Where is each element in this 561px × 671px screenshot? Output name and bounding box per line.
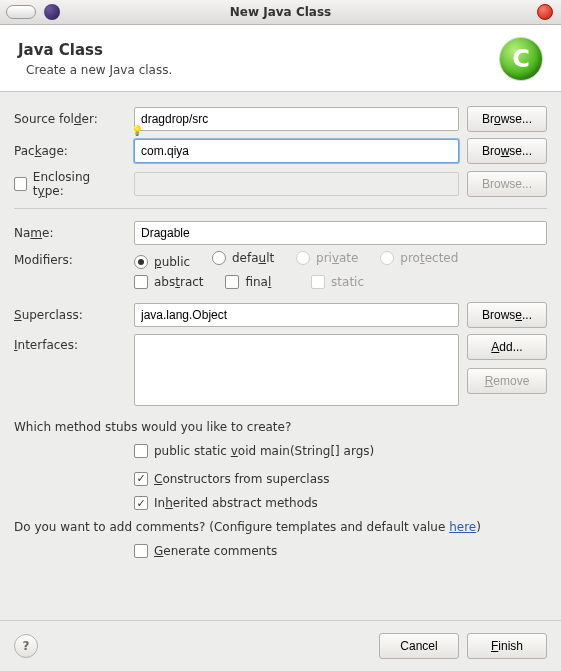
page-subtitle: Create a new Java class. bbox=[26, 63, 499, 77]
browse-superclass-button[interactable]: Browse... bbox=[467, 302, 547, 328]
dialog-footer: ? Cancel Finish bbox=[0, 620, 561, 671]
class-icon: C bbox=[499, 37, 543, 81]
stub-main-checkbox[interactable]: public static void main(String[] args) bbox=[134, 444, 374, 458]
generate-comments-checkbox[interactable]: Generate comments bbox=[134, 544, 277, 558]
finish-button[interactable]: Finish bbox=[467, 633, 547, 659]
titlebar: New Java Class bbox=[0, 0, 561, 25]
superclass-label: Superclass: bbox=[14, 308, 134, 322]
cancel-button[interactable]: Cancel bbox=[379, 633, 459, 659]
source-folder-input[interactable] bbox=[134, 107, 459, 131]
method-stubs-question: Which method stubs would you like to cre… bbox=[14, 420, 547, 434]
help-icon[interactable]: ? bbox=[14, 634, 38, 658]
close-icon[interactable] bbox=[537, 4, 553, 20]
separator bbox=[14, 208, 547, 209]
package-input[interactable] bbox=[134, 139, 459, 163]
package-label: Package: bbox=[14, 144, 134, 158]
modifier-default-radio[interactable]: default bbox=[212, 251, 274, 265]
configure-templates-link[interactable]: here bbox=[449, 520, 476, 534]
browse-source-folder-button[interactable]: Browse... bbox=[467, 106, 547, 132]
enclosing-type-input bbox=[134, 172, 459, 196]
modifiers-label: Modifiers: bbox=[14, 253, 134, 267]
add-interface-button[interactable]: Add... bbox=[467, 334, 547, 360]
superclass-input[interactable] bbox=[134, 303, 459, 327]
modifier-final-checkbox[interactable]: final bbox=[225, 275, 271, 289]
source-folder-label: Source folder: bbox=[14, 112, 134, 126]
interfaces-list[interactable] bbox=[134, 334, 459, 406]
remove-interface-button: Remove bbox=[467, 368, 547, 394]
lightbulb-icon: 💡 bbox=[131, 125, 143, 136]
eclipse-icon bbox=[44, 4, 60, 20]
stub-constructors-checkbox[interactable]: Constructors from superclass bbox=[134, 472, 330, 486]
modifier-protected-radio: protected bbox=[380, 251, 458, 265]
name-label: Name: bbox=[14, 226, 134, 240]
page-title: Java Class bbox=[18, 41, 499, 59]
interfaces-label: Interfaces: bbox=[14, 334, 134, 352]
browse-package-button[interactable]: Browse... bbox=[467, 138, 547, 164]
enclosing-type-checkbox[interactable]: Enclosing type: bbox=[14, 170, 116, 198]
name-input[interactable] bbox=[134, 221, 547, 245]
window-title: New Java Class bbox=[0, 5, 561, 19]
modifier-static-checkbox: static bbox=[311, 275, 364, 289]
modifier-private-radio: private bbox=[296, 251, 358, 265]
modifier-abstract-checkbox[interactable]: abstract bbox=[134, 275, 204, 289]
modifier-public-radio[interactable]: public bbox=[134, 255, 190, 269]
comments-question: Do you want to add comments? (Configure … bbox=[14, 520, 547, 534]
browse-enclosing-type-button: Browse... bbox=[467, 171, 547, 197]
dialog-body: Source folder: Browse... Package: 💡 Brow… bbox=[0, 92, 561, 575]
dialog-header: Java Class Create a new Java class. C bbox=[0, 25, 561, 92]
stub-inherited-checkbox[interactable]: Inherited abstract methods bbox=[134, 496, 318, 510]
enclosing-type-label: Enclosing type: bbox=[14, 170, 134, 198]
window-menu-button[interactable] bbox=[6, 5, 36, 19]
